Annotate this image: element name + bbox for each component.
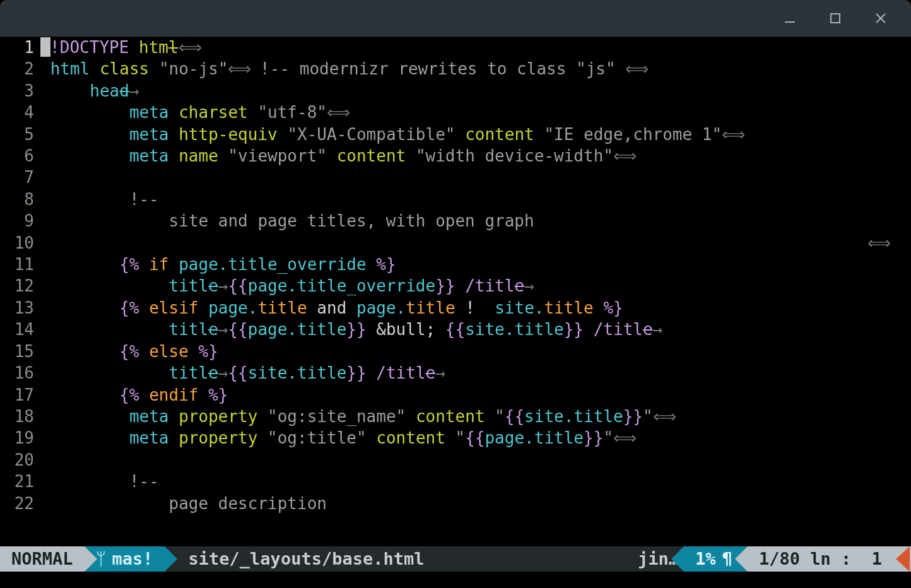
code-line: 14 title→{{page.title}} &bull; {{site.ti…	[0, 319, 911, 340]
code-line: 22 page description	[0, 493, 911, 514]
line-number: 3	[0, 80, 40, 102]
window-close-button[interactable]	[858, 4, 903, 33]
code-line: 18 meta property "og:site_name" content …	[0, 406, 911, 427]
line-number: 2	[0, 58, 40, 79]
code-line: 17 {% endif %}	[0, 384, 911, 406]
line-number: 8	[0, 189, 40, 210]
status-filepath: site/_layouts/base.html	[165, 546, 436, 572]
comment: page description	[169, 494, 327, 513]
status-trailing-marker	[893, 546, 911, 572]
window-minimize-button[interactable]	[767, 4, 813, 33]
wrap-marker-icon: ⟺	[179, 38, 201, 57]
pilcrow-icon: ¶	[722, 548, 732, 570]
doctype-keyword: !DOCTYPE	[50, 38, 129, 57]
line-number: 10	[0, 232, 40, 254]
code-line: 21 !--	[0, 471, 911, 492]
code-line: 1 !DOCTYPE html⟺	[0, 37, 911, 58]
line-number: 9	[0, 210, 40, 232]
line-number: 11	[0, 254, 40, 275]
line-number: 13	[0, 297, 40, 319]
comment: !--	[129, 190, 159, 209]
code-line: 10 ⟺	[0, 232, 911, 254]
line-number: 20	[0, 449, 40, 471]
code-line: 5 meta http-equiv "X-UA-Compatible" cont…	[0, 124, 911, 145]
code-line: 11 {% if page.title_override %}	[0, 254, 911, 275]
code-line: 15 {% else %}	[0, 341, 911, 362]
line-count: 1/80	[759, 548, 800, 570]
command-line[interactable]	[0, 572, 911, 588]
status-mode: NORMAL	[0, 546, 85, 572]
code-line: 19 meta property "og:title" content "{{p…	[0, 427, 911, 449]
line-number: 12	[0, 275, 40, 297]
line-number: 16	[0, 362, 40, 384]
mode-indicator: NORMAL	[11, 548, 73, 570]
code-line: 6 meta name "viewport" content "width de…	[0, 145, 911, 167]
status-position: 1/80 ln : 1	[748, 546, 893, 572]
line-number: 5	[0, 124, 40, 145]
scroll-percentage: 1%	[695, 548, 716, 570]
code-line: 4 meta charset "utf-8"⟺	[0, 102, 911, 123]
code-line: 9 site and page titles, with open graph	[0, 210, 911, 232]
status-filetype: jin…	[435, 546, 684, 572]
line-number: 6	[0, 145, 40, 167]
window-maximize-button[interactable]	[813, 4, 858, 33]
code-line: 16 title→{{site.title}} /title→	[0, 362, 911, 384]
filepath: site/_layouts/base.html	[189, 548, 425, 570]
whitespace-marker-icon: →	[129, 81, 139, 100]
column-number: 1	[872, 548, 882, 570]
comment: site and page titles, with open graph	[169, 211, 534, 230]
comment: !-- modernizr rewrites to class "js"	[260, 59, 616, 78]
line-number: 22	[0, 493, 40, 514]
window-titlebar	[0, 0, 911, 37]
status-bar: NORMAL ᛘ mas! site/_layouts/base.html ji…	[0, 546, 911, 572]
line-number: 1	[0, 37, 40, 58]
branch-name: mas!	[112, 548, 153, 570]
comment: !--	[129, 472, 159, 491]
line-number: 7	[0, 167, 40, 188]
line-number: 17	[0, 384, 40, 406]
code-line: 7	[0, 167, 911, 188]
line-number: 18	[0, 406, 40, 427]
code-line: 8 !--	[0, 189, 911, 210]
code-line: 3 head→	[0, 80, 911, 102]
editor-viewport[interactable]: 1 !DOCTYPE html⟺ 2 html class "no-js"⟺ !…	[0, 37, 911, 539]
line-number: 15	[0, 341, 40, 362]
svg-rect-1	[831, 14, 840, 23]
line-number: 21	[0, 471, 40, 492]
code-line: 13 {% elsif page.title and page.title ! …	[0, 297, 911, 319]
git-branch-icon: ᛘ	[96, 548, 106, 570]
doctype-value: htm	[139, 38, 168, 57]
code-line: 20	[0, 449, 911, 471]
warning-triangle-icon	[896, 546, 910, 572]
line-number: 4	[0, 102, 40, 123]
line-number: 14	[0, 319, 40, 340]
line-number: 19	[0, 427, 40, 449]
wrap-marker-icon: ⟺	[867, 232, 890, 254]
code-line: 12 title→{{page.title_override}} /title→	[0, 275, 911, 297]
cursor	[40, 37, 50, 57]
code-line: 2 html class "no-js"⟺ !-- modernizr rewr…	[0, 58, 911, 79]
